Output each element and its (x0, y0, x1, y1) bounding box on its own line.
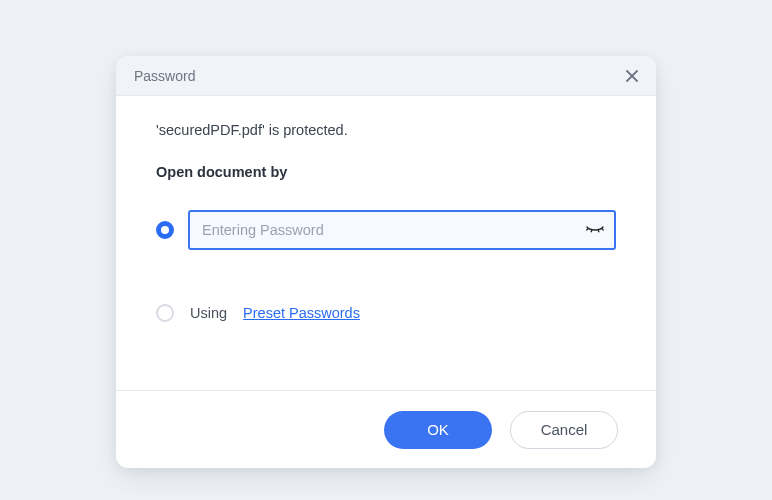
svg-line-4 (598, 230, 599, 232)
svg-line-5 (602, 228, 603, 230)
svg-line-2 (587, 228, 588, 230)
svg-line-3 (591, 230, 592, 232)
option-entering-password (156, 210, 616, 250)
file-protected-message: 'securedPDF.pdf' is protected. (156, 122, 616, 138)
password-field-wrap (188, 210, 616, 250)
password-input[interactable] (188, 210, 616, 250)
eye-closed-icon[interactable] (584, 219, 606, 241)
radio-entering-password[interactable] (156, 221, 174, 239)
option-preset-passwords: Using Preset Passwords (156, 304, 616, 322)
ok-button[interactable]: OK (384, 411, 492, 449)
preset-passwords-link[interactable]: Preset Passwords (243, 305, 360, 321)
dialog-body: 'securedPDF.pdf' is protected. Open docu… (116, 96, 656, 390)
dialog-header: Password (116, 56, 656, 96)
dialog-footer: OK Cancel (116, 390, 656, 468)
open-document-label: Open document by (156, 164, 616, 180)
dialog-title: Password (134, 68, 195, 84)
radio-preset-passwords[interactable] (156, 304, 174, 322)
using-label: Using (190, 305, 227, 321)
password-dialog: Password 'securedPDF.pdf' is protected. … (116, 56, 656, 468)
close-icon[interactable] (622, 66, 642, 86)
cancel-button[interactable]: Cancel (510, 411, 618, 449)
